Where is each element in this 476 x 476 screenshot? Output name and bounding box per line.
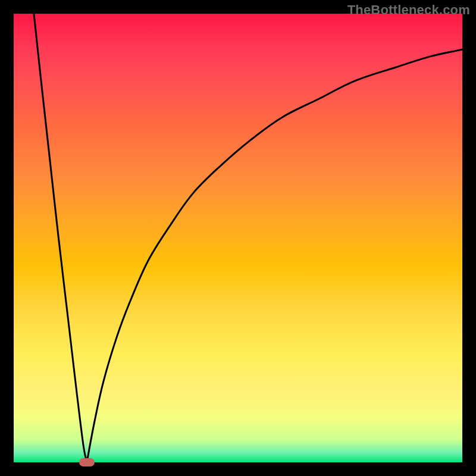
optimum-marker xyxy=(79,458,95,466)
watermark-text: TheBottleneck.com xyxy=(347,2,470,18)
bottleneck-curve xyxy=(14,14,462,462)
chart-frame: TheBottleneck.com xyxy=(0,0,476,476)
chart-plot-area xyxy=(14,14,462,462)
